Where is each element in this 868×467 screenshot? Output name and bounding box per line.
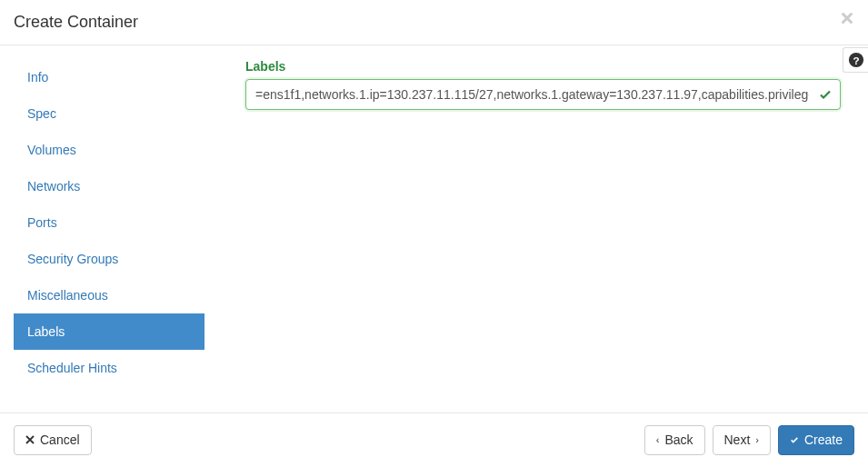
create-button[interactable]: Create bbox=[778, 425, 854, 455]
next-button-label: Next bbox=[724, 432, 751, 448]
sidebar-item-info[interactable]: Info bbox=[14, 59, 205, 95]
labels-field-label: Labels bbox=[245, 59, 841, 74]
sidebar-item-label: Security Groups bbox=[27, 252, 118, 266]
check-icon bbox=[790, 432, 799, 448]
back-button-label: Back bbox=[664, 432, 693, 448]
close-icon[interactable] bbox=[840, 11, 854, 25]
sidebar-item-label: Scheduler Hints bbox=[27, 361, 117, 375]
sidebar-item-networks[interactable]: Networks bbox=[14, 168, 205, 204]
sidebar-item-spec[interactable]: Spec bbox=[14, 95, 205, 132]
next-button[interactable]: Next › bbox=[713, 425, 771, 455]
sidebar-item-label: Ports bbox=[27, 215, 57, 230]
footer-right-group: ‹ Back Next › Create bbox=[644, 425, 854, 455]
sidebar-item-label: Labels bbox=[27, 324, 65, 339]
sidebar-item-volumes[interactable]: Volumes bbox=[14, 132, 205, 168]
cancel-button[interactable]: Cancel bbox=[14, 425, 92, 455]
x-icon bbox=[25, 432, 35, 448]
svg-text:?: ? bbox=[853, 55, 859, 66]
back-button[interactable]: ‹ Back bbox=[644, 425, 705, 455]
sidebar-item-label: Networks bbox=[27, 179, 80, 194]
sidebar-item-label: Volumes bbox=[27, 143, 76, 157]
sidebar-item-label: Miscellaneous bbox=[27, 288, 108, 303]
form-panel: Labels bbox=[205, 59, 854, 399]
sidebar-item-security-groups[interactable]: Security Groups bbox=[14, 241, 205, 277]
labels-input-wrap bbox=[245, 79, 841, 110]
cancel-button-label: Cancel bbox=[40, 432, 80, 448]
modal-header: Create Container bbox=[0, 0, 868, 45]
wizard-sidebar: Info Spec Volumes Networks Ports Securit… bbox=[14, 59, 205, 399]
sidebar-item-scheduler-hints[interactable]: Scheduler Hints bbox=[14, 350, 205, 386]
modal-body: Info Spec Volumes Networks Ports Securit… bbox=[0, 45, 868, 412]
modal-title: Create Container bbox=[14, 13, 854, 32]
sidebar-item-ports[interactable]: Ports bbox=[14, 204, 205, 241]
create-container-modal: Create Container ? Info Spec Volumes Net… bbox=[0, 0, 868, 467]
sidebar-item-miscellaneous[interactable]: Miscellaneous bbox=[14, 277, 205, 313]
help-icon[interactable]: ? bbox=[843, 47, 868, 73]
check-icon bbox=[819, 88, 832, 101]
create-button-label: Create bbox=[804, 432, 843, 448]
sidebar-item-labels[interactable]: Labels bbox=[14, 313, 205, 350]
sidebar-item-label: Info bbox=[27, 70, 48, 84]
chevron-right-icon: › bbox=[755, 434, 759, 446]
chevron-left-icon: ‹ bbox=[656, 434, 660, 446]
modal-footer: Cancel ‹ Back Next › Create bbox=[0, 412, 868, 467]
labels-input[interactable] bbox=[245, 79, 841, 110]
sidebar-item-label: Spec bbox=[27, 106, 56, 121]
